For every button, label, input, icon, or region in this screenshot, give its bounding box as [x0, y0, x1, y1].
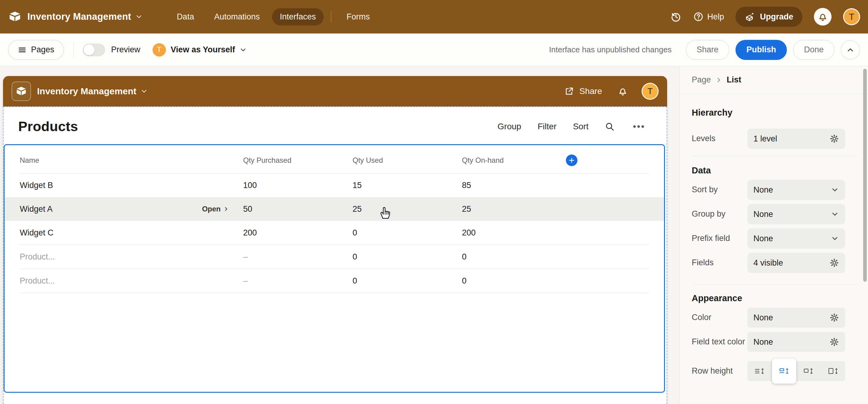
row-height-extra-tall-icon: [828, 367, 838, 376]
app-user-avatar[interactable]: T: [642, 83, 659, 100]
column-header-qty-used[interactable]: Qty Used: [352, 156, 462, 165]
scrollbar-thumb[interactable]: [863, 69, 867, 282]
prefix-field-select[interactable]: None: [747, 228, 845, 249]
group-button[interactable]: Group: [498, 122, 521, 132]
interface-editor-toolbar: Pages Preview T View as Yourself Interfa…: [0, 33, 868, 66]
column-header-qty-purchased[interactable]: Qty Purchased: [243, 156, 352, 165]
row-height-medium-button[interactable]: [772, 359, 797, 384]
table-row[interactable]: Widget A Open 50 25 25: [5, 197, 664, 221]
sort-by-label: Sort by: [692, 184, 747, 196]
publish-button[interactable]: Publish: [736, 40, 787, 60]
element-settings-panel: Page List Hierarchy Levels 1 level Data …: [679, 66, 868, 404]
nav-tab-data[interactable]: Data: [169, 8, 202, 26]
add-field-button[interactable]: [566, 154, 578, 166]
hierarchy-heading: Hierarchy: [692, 108, 857, 118]
cell-qty-purchased: –: [243, 276, 352, 286]
group-by-select[interactable]: None: [747, 204, 845, 224]
chevron-down-icon: [831, 185, 839, 194]
upgrade-sparkle-box-icon: [745, 11, 755, 22]
app-preview-header: Inventory Management Share T: [3, 76, 667, 107]
panel-setting-row: Sort by None: [692, 180, 857, 200]
base-title-chevron-down-icon[interactable]: [135, 13, 143, 21]
fields-setting-button[interactable]: 4 visible: [747, 253, 845, 273]
editor-canvas: Inventory Management Share T Products Gr…: [0, 66, 679, 404]
toggle-knob: [84, 45, 95, 55]
cell-qty-on-hand: 85: [462, 181, 566, 190]
chevron-right-icon: [223, 206, 229, 212]
preview-toggle[interactable]: [83, 44, 105, 56]
panel-breadcrumb: Page List: [680, 66, 868, 94]
notifications-button[interactable]: [814, 8, 832, 26]
open-record-button[interactable]: Open: [200, 204, 231, 213]
table-row[interactable]: Product... – 0 0: [5, 269, 664, 293]
airtable-logo-icon[interactable]: [8, 10, 22, 24]
sort-by-select[interactable]: None: [747, 180, 845, 200]
base-title[interactable]: Inventory Management: [27, 11, 131, 22]
app-notifications-button[interactable]: [617, 86, 628, 97]
app-title[interactable]: Inventory Management: [37, 86, 136, 96]
upgrade-button[interactable]: Upgrade: [736, 7, 802, 27]
nav-tab-interfaces[interactable]: Interfaces: [272, 8, 324, 26]
top-navigation: Data Automations Interfaces Forms: [169, 8, 378, 26]
app-preview-frame: Inventory Management Share T Products Gr…: [3, 76, 667, 404]
row-height-medium-icon: [779, 367, 789, 376]
cell-qty-on-hand: 0: [462, 276, 566, 286]
row-height-short-button[interactable]: [747, 361, 772, 381]
table-row[interactable]: Widget B 100 15 85: [5, 173, 664, 197]
row-height-tall-button[interactable]: [796, 361, 821, 381]
collapse-panel-button[interactable]: [841, 40, 860, 60]
gear-icon: [829, 258, 839, 268]
table-row[interactable]: Widget C 200 0 200: [5, 221, 664, 244]
list-actions: Group Filter Sort •••: [498, 121, 647, 132]
nav-tab-forms[interactable]: Forms: [339, 8, 378, 26]
more-options-button[interactable]: •••: [631, 121, 647, 132]
appearance-section: Appearance Color None Field text color N…: [680, 285, 868, 381]
done-button[interactable]: Done: [793, 40, 835, 60]
row-name: Widget A: [20, 204, 53, 214]
color-setting-button[interactable]: None: [747, 308, 845, 328]
view-as-dropdown[interactable]: View as Yourself: [171, 45, 247, 54]
view-as-chevron-down-icon: [239, 46, 247, 54]
breadcrumb-chevron-right-icon: [715, 76, 722, 84]
app-logo-tile[interactable]: [11, 82, 31, 101]
data-section: Data Sort by None Group by None Prefix f…: [680, 156, 868, 273]
panel-setting-row: Prefix field None: [692, 228, 857, 249]
color-label: Color: [692, 312, 747, 323]
field-text-color-setting-button[interactable]: None: [747, 332, 845, 352]
nav-divider: [331, 11, 331, 23]
levels-setting-button[interactable]: 1 level: [747, 129, 845, 149]
field-text-color-label: Field text color: [692, 336, 747, 348]
search-button[interactable]: [605, 122, 615, 132]
bell-icon: [817, 11, 828, 22]
row-height-extra-tall-button[interactable]: [821, 361, 845, 381]
panel-scrollbar[interactable]: [862, 66, 868, 404]
help-label: Help: [707, 12, 724, 22]
history-button[interactable]: [670, 11, 682, 23]
row-height-row: Row height: [692, 361, 857, 381]
nav-tab-automations[interactable]: Automations: [206, 8, 268, 26]
filter-button[interactable]: Filter: [538, 122, 556, 132]
app-share-button[interactable]: Share: [562, 86, 604, 97]
cell-qty-used: 0: [352, 228, 462, 238]
view-as-avatar[interactable]: T: [153, 43, 166, 57]
table-header-row: Name Qty Purchased Qty Used Qty On-hand: [5, 145, 664, 173]
list-element-selected[interactable]: Name Qty Purchased Qty Used Qty On-hand …: [4, 144, 665, 393]
row-name: Widget B: [20, 181, 53, 190]
cell-qty-used: 0: [352, 276, 462, 286]
sort-button[interactable]: Sort: [573, 122, 588, 132]
table-row[interactable]: Product... – 0 0: [5, 245, 664, 269]
breadcrumb-page[interactable]: Page: [692, 75, 711, 85]
row-height-tall-icon: [803, 367, 814, 376]
column-header-name[interactable]: Name: [20, 156, 243, 165]
cell-qty-on-hand: 25: [462, 204, 566, 214]
preview-label: Preview: [111, 45, 141, 54]
help-button[interactable]: Help: [693, 11, 724, 22]
column-header-qty-on-hand[interactable]: Qty On-hand: [462, 156, 566, 165]
row-height-label: Row height: [692, 365, 747, 377]
user-avatar[interactable]: T: [843, 8, 860, 25]
pages-button[interactable]: Pages: [8, 40, 64, 60]
app-title-chevron-down-icon[interactable]: [140, 87, 148, 95]
chevron-down-icon: [831, 210, 839, 219]
cell-qty-purchased: –: [243, 252, 352, 262]
share-button[interactable]: Share: [686, 40, 730, 60]
